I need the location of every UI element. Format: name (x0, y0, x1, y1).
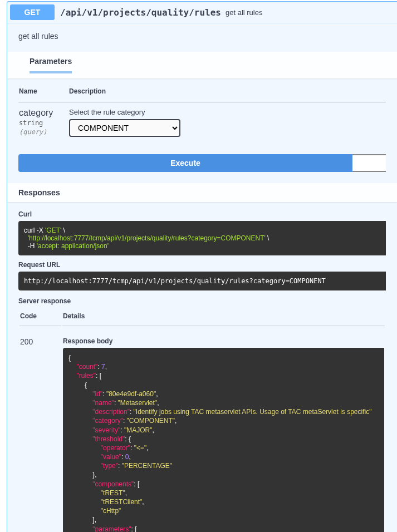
responses-section: Curl curl -X 'GET' \ 'http://localhost:7… (7, 202, 397, 532)
responses-header: Responses (7, 183, 397, 202)
param-description: Select the rule category (69, 108, 385, 116)
responses-title: Responses (18, 188, 386, 197)
response-status-code: 200 (19, 327, 61, 532)
tab-parameters[interactable]: Parameters (30, 57, 72, 73)
curl-text: -H (24, 242, 37, 250)
param-name: category (19, 108, 68, 118)
curl-method: 'GET' (45, 226, 61, 234)
curl-url: 'http://localhost:7777/tcmp/api/v1/proje… (28, 234, 266, 242)
curl-label: Curl (18, 210, 386, 218)
endpoint-summary: get all rules (226, 8, 262, 17)
operation-description: get all rules (18, 32, 386, 41)
parameter-row: category string (query) Select the rule … (18, 102, 386, 138)
param-select-category[interactable]: COMPONENT (69, 119, 180, 137)
param-header-description: Description (68, 87, 386, 102)
operation-summary[interactable]: GET /api/v1/projects/quality/rules get a… (7, 2, 397, 23)
http-method-badge: GET (10, 4, 55, 20)
param-type: string (19, 119, 68, 127)
curl-header: 'accept: application/json' (37, 242, 109, 250)
curl-text: \ (266, 234, 269, 242)
curl-text: curl -X (24, 226, 45, 234)
parameters-header: Parameters (7, 52, 397, 78)
request-url-label: Request URL (18, 261, 386, 269)
operation-body: get all rules Parameters Name Descriptio… (7, 23, 397, 532)
parameters-section: Name Description category string (query)… (7, 78, 397, 154)
clear-button[interactable] (352, 154, 386, 172)
resp-header-details: Details (62, 312, 385, 326)
parameters-title: Parameters (30, 57, 72, 66)
server-response-label: Server response (18, 297, 386, 305)
param-location: (query) (19, 128, 68, 136)
curl-command[interactable]: curl -X 'GET' \ 'http://localhost:7777/t… (18, 221, 386, 255)
curl-text (24, 234, 28, 242)
curl-text: \ (61, 226, 65, 234)
endpoint-path: /api/v1/projects/quality/rules (60, 7, 221, 18)
execute-wrapper: Execute (7, 154, 397, 183)
response-body-json[interactable]: { "count": 7, "rules": [ { "id": "80e4e9… (63, 348, 384, 532)
response-body-label: Response body (63, 337, 384, 345)
param-header-name: Name (18, 87, 68, 102)
description-section: get all rules (7, 23, 397, 52)
request-url-value[interactable]: http://localhost:7777/tcmp/api/v1/projec… (18, 272, 386, 290)
execute-button[interactable]: Execute (18, 154, 352, 172)
resp-header-code: Code (19, 312, 61, 326)
api-operation-block: GET /api/v1/projects/quality/rules get a… (7, 1, 397, 532)
